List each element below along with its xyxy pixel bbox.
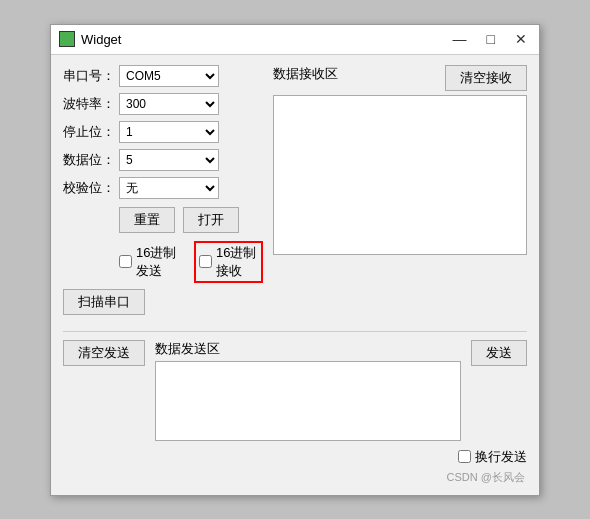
newline-send-label: 换行发送 <box>475 448 527 466</box>
parity-select[interactable]: 无 奇校验 偶校验 <box>119 177 219 199</box>
window-title: Widget <box>81 32 449 47</box>
hex-send-checkbox-label[interactable]: 16进制发送 <box>119 244 178 280</box>
scan-row: 扫描串口 <box>63 289 263 315</box>
port-row: 串口号： COM5 COM1 COM2 COM3 COM4 <box>63 65 263 87</box>
control-buttons: 重置 打开 <box>119 207 263 233</box>
send-right: 发送 <box>471 340 527 366</box>
minimize-button[interactable]: — <box>449 32 471 46</box>
send-textarea[interactable] <box>155 361 461 441</box>
send-layout: 清空发送 数据发送区 发送 <box>63 340 527 444</box>
recv-area-label: 数据接收区 <box>273 65 445 91</box>
baud-select[interactable]: 300 1200 2400 9600 115200 <box>119 93 219 115</box>
close-button[interactable]: ✕ <box>511 32 531 46</box>
main-window: Widget — □ ✕ 串口号： COM5 COM1 COM2 COM3 CO… <box>50 24 540 496</box>
port-select[interactable]: COM5 COM1 COM2 COM3 COM4 <box>119 65 219 87</box>
baud-label: 波特率： <box>63 95 115 113</box>
send-area-label: 数据发送区 <box>155 340 461 358</box>
bottom-row: 换行发送 <box>63 448 527 466</box>
port-label: 串口号： <box>63 67 115 85</box>
clear-recv-row: 数据接收区 清空接收 <box>273 65 527 91</box>
parity-label: 校验位： <box>63 179 115 197</box>
left-panel: 串口号： COM5 COM1 COM2 COM3 COM4 波特率： 300 1… <box>63 65 263 321</box>
titlebar-buttons: — □ ✕ <box>449 32 531 46</box>
titlebar: Widget — □ ✕ <box>51 25 539 55</box>
hex-recv-checkbox[interactable] <box>199 255 212 268</box>
clear-recv-button[interactable]: 清空接收 <box>445 65 527 91</box>
parity-row: 校验位： 无 奇校验 偶校验 <box>63 177 263 199</box>
window-icon <box>59 31 75 47</box>
open-button[interactable]: 打开 <box>183 207 239 233</box>
recv-textarea[interactable] <box>273 95 527 255</box>
hex-send-checkbox[interactable] <box>119 255 132 268</box>
reset-button[interactable]: 重置 <box>119 207 175 233</box>
send-left: 清空发送 <box>63 340 145 366</box>
hex-recv-highlight: 16进制接收 <box>194 241 263 283</box>
data-select[interactable]: 5 6 7 8 <box>119 149 219 171</box>
hex-checkbox-row: 16进制发送 16进制接收 <box>119 241 263 283</box>
clear-send-button[interactable]: 清空发送 <box>63 340 145 366</box>
content-area: 串口号： COM5 COM1 COM2 COM3 COM4 波特率： 300 1… <box>51 55 539 495</box>
data-row: 数据位： 5 6 7 8 <box>63 149 263 171</box>
right-panel: 数据接收区 清空接收 <box>273 65 527 321</box>
scan-port-button[interactable]: 扫描串口 <box>63 289 145 315</box>
data-label: 数据位： <box>63 151 115 169</box>
newline-send-checkbox[interactable] <box>458 450 471 463</box>
stop-row: 停止位： 1 1.5 2 <box>63 121 263 143</box>
send-middle: 数据发送区 <box>155 340 461 444</box>
hex-recv-label: 16进制接收 <box>216 244 258 280</box>
send-button[interactable]: 发送 <box>471 340 527 366</box>
maximize-button[interactable]: □ <box>483 32 499 46</box>
stop-label: 停止位： <box>63 123 115 141</box>
hex-send-label: 16进制发送 <box>136 244 178 280</box>
stop-select[interactable]: 1 1.5 2 <box>119 121 219 143</box>
send-section: 清空发送 数据发送区 发送 换行发送 <box>63 331 527 466</box>
baud-row: 波特率： 300 1200 2400 9600 115200 <box>63 93 263 115</box>
watermark: CSDN @长风会 <box>63 470 527 485</box>
main-layout: 串口号： COM5 COM1 COM2 COM3 COM4 波特率： 300 1… <box>63 65 527 321</box>
